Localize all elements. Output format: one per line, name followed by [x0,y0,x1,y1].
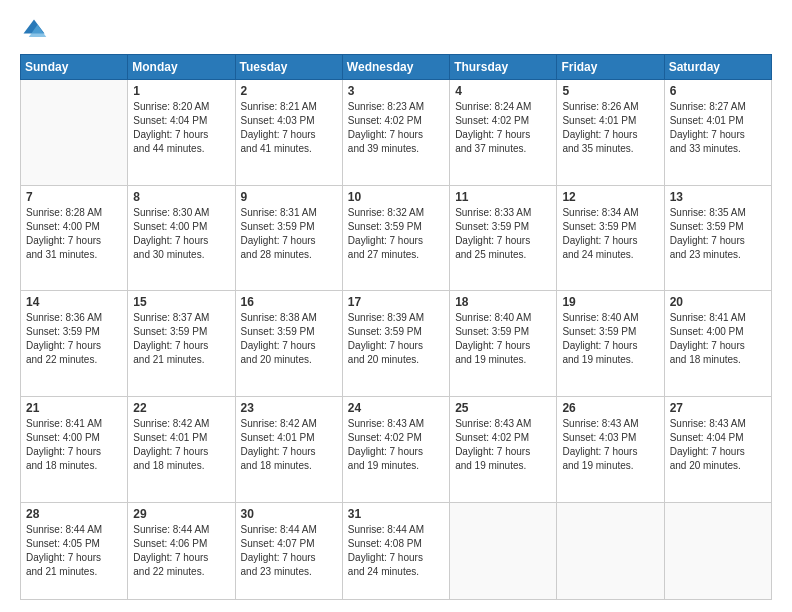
cell-content: Sunrise: 8:24 AM Sunset: 4:02 PM Dayligh… [455,100,551,156]
cell-content: Sunrise: 8:30 AM Sunset: 4:00 PM Dayligh… [133,206,229,262]
calendar-cell: 4Sunrise: 8:24 AM Sunset: 4:02 PM Daylig… [450,80,557,186]
cell-content: Sunrise: 8:41 AM Sunset: 4:00 PM Dayligh… [670,311,766,367]
logo [20,16,52,44]
day-number: 30 [241,507,337,521]
day-number: 15 [133,295,229,309]
header [20,16,772,44]
day-number: 14 [26,295,122,309]
cell-content: Sunrise: 8:44 AM Sunset: 4:08 PM Dayligh… [348,523,444,579]
day-header-friday: Friday [557,55,664,80]
calendar-cell [664,502,771,599]
day-number: 16 [241,295,337,309]
day-number: 12 [562,190,658,204]
day-header-monday: Monday [128,55,235,80]
cell-content: Sunrise: 8:44 AM Sunset: 4:05 PM Dayligh… [26,523,122,579]
page: SundayMondayTuesdayWednesdayThursdayFrid… [0,0,792,612]
calendar-cell: 8Sunrise: 8:30 AM Sunset: 4:00 PM Daylig… [128,185,235,291]
cell-content: Sunrise: 8:23 AM Sunset: 4:02 PM Dayligh… [348,100,444,156]
cell-content: Sunrise: 8:26 AM Sunset: 4:01 PM Dayligh… [562,100,658,156]
calendar-cell: 15Sunrise: 8:37 AM Sunset: 3:59 PM Dayli… [128,291,235,397]
calendar-cell: 17Sunrise: 8:39 AM Sunset: 3:59 PM Dayli… [342,291,449,397]
cell-content: Sunrise: 8:27 AM Sunset: 4:01 PM Dayligh… [670,100,766,156]
cell-content: Sunrise: 8:35 AM Sunset: 3:59 PM Dayligh… [670,206,766,262]
day-number: 3 [348,84,444,98]
calendar-cell: 23Sunrise: 8:42 AM Sunset: 4:01 PM Dayli… [235,397,342,503]
calendar-cell: 30Sunrise: 8:44 AM Sunset: 4:07 PM Dayli… [235,502,342,599]
calendar-cell: 31Sunrise: 8:44 AM Sunset: 4:08 PM Dayli… [342,502,449,599]
calendar-cell: 21Sunrise: 8:41 AM Sunset: 4:00 PM Dayli… [21,397,128,503]
cell-content: Sunrise: 8:41 AM Sunset: 4:00 PM Dayligh… [26,417,122,473]
cell-content: Sunrise: 8:40 AM Sunset: 3:59 PM Dayligh… [455,311,551,367]
cell-content: Sunrise: 8:43 AM Sunset: 4:02 PM Dayligh… [348,417,444,473]
cell-content: Sunrise: 8:44 AM Sunset: 4:07 PM Dayligh… [241,523,337,579]
calendar-table: SundayMondayTuesdayWednesdayThursdayFrid… [20,54,772,600]
week-row-5: 28Sunrise: 8:44 AM Sunset: 4:05 PM Dayli… [21,502,772,599]
day-number: 2 [241,84,337,98]
day-header-saturday: Saturday [664,55,771,80]
day-number: 20 [670,295,766,309]
cell-content: Sunrise: 8:36 AM Sunset: 3:59 PM Dayligh… [26,311,122,367]
day-number: 22 [133,401,229,415]
cell-content: Sunrise: 8:28 AM Sunset: 4:00 PM Dayligh… [26,206,122,262]
calendar-cell: 10Sunrise: 8:32 AM Sunset: 3:59 PM Dayli… [342,185,449,291]
day-number: 17 [348,295,444,309]
calendar-cell: 6Sunrise: 8:27 AM Sunset: 4:01 PM Daylig… [664,80,771,186]
day-header-tuesday: Tuesday [235,55,342,80]
cell-content: Sunrise: 8:31 AM Sunset: 3:59 PM Dayligh… [241,206,337,262]
cell-content: Sunrise: 8:37 AM Sunset: 3:59 PM Dayligh… [133,311,229,367]
week-row-4: 21Sunrise: 8:41 AM Sunset: 4:00 PM Dayli… [21,397,772,503]
cell-content: Sunrise: 8:43 AM Sunset: 4:04 PM Dayligh… [670,417,766,473]
cell-content: Sunrise: 8:38 AM Sunset: 3:59 PM Dayligh… [241,311,337,367]
calendar-cell: 13Sunrise: 8:35 AM Sunset: 3:59 PM Dayli… [664,185,771,291]
calendar-cell [450,502,557,599]
day-number: 25 [455,401,551,415]
cell-content: Sunrise: 8:20 AM Sunset: 4:04 PM Dayligh… [133,100,229,156]
day-header-wednesday: Wednesday [342,55,449,80]
calendar-cell: 5Sunrise: 8:26 AM Sunset: 4:01 PM Daylig… [557,80,664,186]
calendar-cell: 27Sunrise: 8:43 AM Sunset: 4:04 PM Dayli… [664,397,771,503]
calendar-cell [557,502,664,599]
cell-content: Sunrise: 8:33 AM Sunset: 3:59 PM Dayligh… [455,206,551,262]
calendar-cell: 28Sunrise: 8:44 AM Sunset: 4:05 PM Dayli… [21,502,128,599]
calendar-cell: 3Sunrise: 8:23 AM Sunset: 4:02 PM Daylig… [342,80,449,186]
day-number: 1 [133,84,229,98]
day-number: 29 [133,507,229,521]
day-number: 8 [133,190,229,204]
calendar-cell: 12Sunrise: 8:34 AM Sunset: 3:59 PM Dayli… [557,185,664,291]
cell-content: Sunrise: 8:42 AM Sunset: 4:01 PM Dayligh… [133,417,229,473]
day-number: 9 [241,190,337,204]
calendar-cell: 24Sunrise: 8:43 AM Sunset: 4:02 PM Dayli… [342,397,449,503]
day-number: 18 [455,295,551,309]
day-number: 27 [670,401,766,415]
calendar-cell: 22Sunrise: 8:42 AM Sunset: 4:01 PM Dayli… [128,397,235,503]
calendar-cell: 9Sunrise: 8:31 AM Sunset: 3:59 PM Daylig… [235,185,342,291]
day-number: 6 [670,84,766,98]
day-number: 4 [455,84,551,98]
calendar-cell: 18Sunrise: 8:40 AM Sunset: 3:59 PM Dayli… [450,291,557,397]
calendar-cell: 20Sunrise: 8:41 AM Sunset: 4:00 PM Dayli… [664,291,771,397]
day-number: 10 [348,190,444,204]
cell-content: Sunrise: 8:39 AM Sunset: 3:59 PM Dayligh… [348,311,444,367]
calendar-header-row: SundayMondayTuesdayWednesdayThursdayFrid… [21,55,772,80]
day-number: 23 [241,401,337,415]
day-number: 21 [26,401,122,415]
cell-content: Sunrise: 8:21 AM Sunset: 4:03 PM Dayligh… [241,100,337,156]
cell-content: Sunrise: 8:44 AM Sunset: 4:06 PM Dayligh… [133,523,229,579]
calendar-cell: 7Sunrise: 8:28 AM Sunset: 4:00 PM Daylig… [21,185,128,291]
calendar-cell: 25Sunrise: 8:43 AM Sunset: 4:02 PM Dayli… [450,397,557,503]
calendar-cell: 29Sunrise: 8:44 AM Sunset: 4:06 PM Dayli… [128,502,235,599]
day-number: 11 [455,190,551,204]
day-number: 24 [348,401,444,415]
week-row-3: 14Sunrise: 8:36 AM Sunset: 3:59 PM Dayli… [21,291,772,397]
day-number: 28 [26,507,122,521]
calendar-cell: 14Sunrise: 8:36 AM Sunset: 3:59 PM Dayli… [21,291,128,397]
calendar-cell: 16Sunrise: 8:38 AM Sunset: 3:59 PM Dayli… [235,291,342,397]
week-row-1: 1Sunrise: 8:20 AM Sunset: 4:04 PM Daylig… [21,80,772,186]
cell-content: Sunrise: 8:32 AM Sunset: 3:59 PM Dayligh… [348,206,444,262]
day-number: 7 [26,190,122,204]
calendar-cell: 1Sunrise: 8:20 AM Sunset: 4:04 PM Daylig… [128,80,235,186]
cell-content: Sunrise: 8:43 AM Sunset: 4:03 PM Dayligh… [562,417,658,473]
day-number: 13 [670,190,766,204]
calendar-cell: 26Sunrise: 8:43 AM Sunset: 4:03 PM Dayli… [557,397,664,503]
day-header-sunday: Sunday [21,55,128,80]
